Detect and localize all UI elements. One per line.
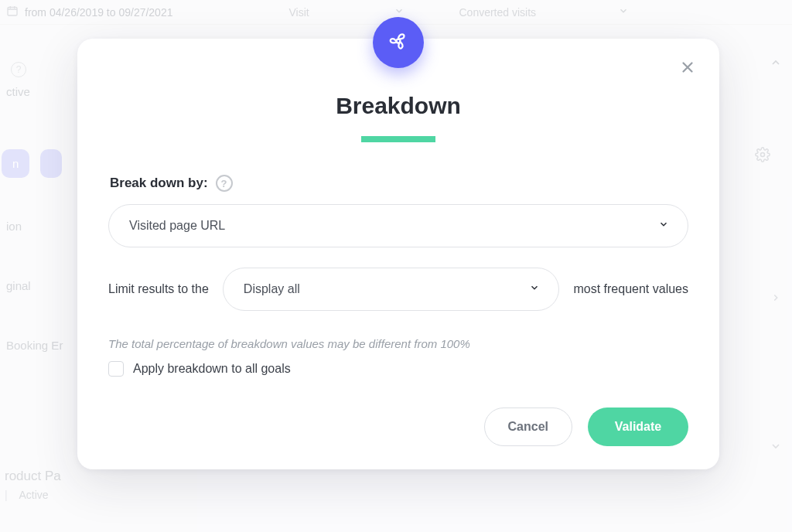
close-button[interactable] [679, 59, 696, 79]
break-by-select[interactable]: Visited page URL [108, 204, 688, 247]
help-icon[interactable]: ? [216, 175, 233, 192]
break-by-label-row: Break down by: ? [110, 175, 688, 192]
limit-row: Limit results to the Display all most fr… [108, 268, 688, 311]
validate-button[interactable]: Validate [588, 408, 688, 446]
apply-all-row: Apply breakdown to all goals [108, 361, 688, 377]
break-by-value: Visited page URL [129, 219, 225, 233]
apply-all-checkbox[interactable] [108, 361, 124, 377]
modal-title: Breakdown [108, 93, 688, 119]
limit-value: Display all [244, 282, 300, 296]
limit-select[interactable]: Display all [223, 268, 560, 311]
break-by-label: Break down by: [110, 176, 208, 191]
fan-icon [387, 29, 410, 56]
title-underline [361, 136, 435, 142]
chevron-down-icon [529, 282, 540, 296]
modal-actions: Cancel Validate [108, 408, 688, 446]
limit-suffix: most frequent values [573, 282, 688, 296]
modal-badge [373, 17, 424, 68]
limit-prefix: Limit results to the [108, 282, 209, 296]
chevron-down-icon [658, 219, 669, 233]
apply-all-label: Apply breakdown to all goals [133, 362, 291, 376]
percentage-hint: The total percentage of breakdown values… [108, 337, 688, 350]
breakdown-modal: Breakdown Break down by: ? Visited page … [77, 39, 719, 469]
cancel-button[interactable]: Cancel [484, 408, 572, 446]
